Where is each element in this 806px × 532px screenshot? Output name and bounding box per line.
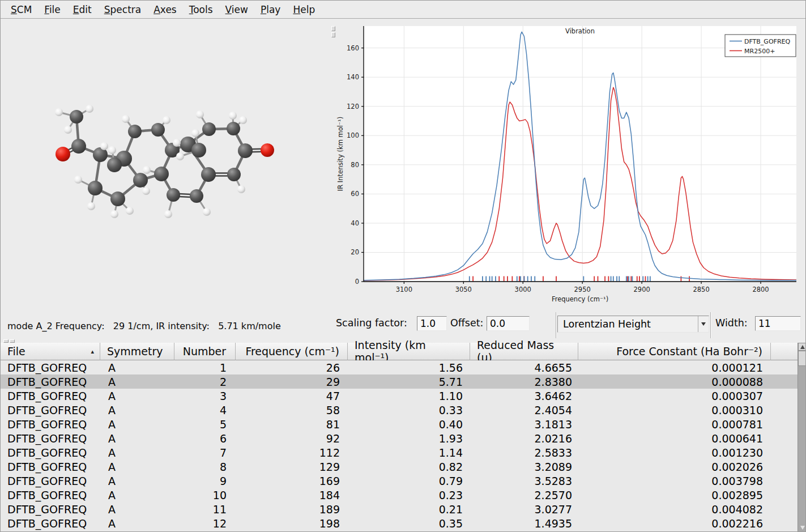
table-row[interactable]: DFTB_GOFREQA101840.232.25700.002895 (1, 488, 798, 502)
column-header-4[interactable]: Intensity (km mol⁻¹) (348, 343, 470, 360)
atom-O[interactable] (56, 147, 70, 161)
atom-H[interactable] (143, 166, 151, 174)
atom-H[interactable] (163, 116, 170, 124)
table-row[interactable]: DFTB_GOFREQA91690.793.52830.003798 (1, 474, 798, 488)
broadening-combobox[interactable]: Lorentzian Height (557, 316, 709, 333)
table-scrollbar[interactable] (798, 343, 806, 531)
width-input[interactable] (755, 316, 801, 331)
table-row[interactable]: DFTB_GOFREQA5810.403.18130.000781 (1, 417, 798, 431)
atom-C[interactable] (88, 181, 103, 195)
plot-area[interactable] (364, 26, 796, 282)
offset-input[interactable] (487, 316, 530, 331)
cell: DFTB_GOFREQ (1, 431, 100, 445)
cell: 0.002026 (578, 459, 771, 474)
molecule-3d-view[interactable] (1, 19, 331, 320)
menu-play[interactable]: Play (256, 2, 285, 17)
menu-scm[interactable]: SCM (6, 2, 36, 17)
column-header-0[interactable]: File▴ (1, 343, 100, 360)
atom-H[interactable] (239, 116, 247, 124)
menu-spectra[interactable]: Spectra (100, 2, 146, 17)
cell: 2.5833 (470, 445, 578, 459)
atom-H[interactable] (196, 110, 204, 118)
cell: 1.4935 (470, 516, 578, 530)
atom-H[interactable] (176, 152, 184, 160)
atom-H[interactable] (100, 142, 108, 150)
atom-C[interactable] (70, 110, 83, 124)
scrollbar-thumb[interactable] (798, 351, 806, 366)
atom-H[interactable] (142, 187, 150, 195)
menu-axes[interactable]: Axes (149, 2, 181, 17)
atom-H[interactable] (164, 210, 172, 218)
cell: 0.002895 (578, 488, 771, 502)
atom-C[interactable] (154, 167, 169, 181)
table-row[interactable]: DFTB_GOFREQA71121.142.58330.001230 (1, 445, 798, 459)
atom-H[interactable] (126, 207, 134, 215)
atom-H[interactable] (86, 105, 93, 113)
atom-C[interactable] (110, 191, 125, 206)
splitter-handle[interactable] (331, 32, 335, 37)
atom-H[interactable] (122, 115, 130, 123)
vertical-splitter[interactable] (331, 19, 335, 339)
atom-C[interactable] (133, 173, 148, 188)
atom-H[interactable] (74, 176, 82, 184)
y-tick-label: 20 (351, 248, 359, 256)
table-row[interactable]: DFTB_GOFREQA121980.351.49350.002216 (1, 516, 798, 530)
atom-C[interactable] (227, 122, 240, 135)
cell: 129 (236, 459, 348, 474)
chevron-down-icon[interactable] (698, 316, 709, 332)
table-row[interactable]: DFTB_GOFREQA111890.213.02770.004082 (1, 502, 798, 516)
atom-C[interactable] (128, 125, 142, 138)
cell: 0.003798 (578, 474, 771, 488)
atom-C[interactable] (167, 188, 180, 202)
atom-H[interactable] (191, 129, 199, 137)
menu-help[interactable]: Help (288, 2, 319, 17)
atom-H[interactable] (55, 108, 63, 116)
scroll-down-button[interactable] (798, 524, 806, 531)
atom-C[interactable] (71, 139, 86, 154)
vibration-chart[interactable]: 0204060801001201401603100305030002950290… (335, 23, 806, 309)
atom-H[interactable] (87, 202, 95, 210)
table-row[interactable]: DFTB_GOFREQA3471.103.64620.000307 (1, 389, 798, 403)
atom-C[interactable] (202, 122, 216, 136)
atom-H[interactable] (64, 126, 72, 134)
column-header-6[interactable]: Force Constant (Ha Bohr⁻²) (578, 343, 771, 360)
arrow-up-icon (800, 345, 805, 349)
atom-C[interactable] (151, 123, 165, 137)
atom-H[interactable] (110, 210, 118, 218)
x-tick-label: 3050 (455, 286, 472, 293)
scroll-up-button[interactable] (798, 343, 806, 351)
legend-entry-label: DFTB_GOFREQ (744, 38, 790, 45)
atom-C[interactable] (201, 167, 216, 182)
splitter-handle[interactable] (331, 26, 335, 31)
cell: 0.001230 (578, 445, 771, 459)
table-row[interactable]: DFTB_GOFREQA2295.712.83800.000088 (1, 374, 798, 389)
column-header-1[interactable]: Symmetry (100, 343, 174, 360)
atom-C[interactable] (107, 158, 122, 172)
cell: 6 (174, 431, 236, 445)
atom-H[interactable] (237, 185, 245, 193)
atom-C[interactable] (227, 168, 241, 181)
column-header-2[interactable]: Number (174, 343, 236, 360)
atom-H[interactable] (203, 208, 211, 216)
menu-edit[interactable]: Edit (69, 2, 96, 17)
table-row[interactable]: DFTB_GOFREQA6921.932.02160.000641 (1, 431, 798, 445)
y-tick-label: 80 (351, 161, 359, 169)
atom-C[interactable] (191, 143, 206, 158)
atom-H[interactable] (229, 112, 237, 120)
atom-H[interactable] (173, 139, 181, 147)
column-header-3[interactable]: Frequency (cm⁻¹) (236, 343, 348, 360)
table-row[interactable]: DFTB_GOFREQA81290.823.20890.002026 (1, 459, 798, 474)
table-row[interactable]: DFTB_GOFREQA1261.564.66550.000121 (1, 360, 798, 374)
menu-tools[interactable]: Tools (185, 2, 218, 17)
cell: 184 (236, 488, 348, 502)
column-header-5[interactable]: Reduced Mass (u) (470, 343, 578, 360)
menu-view[interactable]: View (221, 2, 253, 17)
atom-H[interactable] (108, 146, 116, 154)
table-row[interactable]: DFTB_GOFREQA4580.332.40540.000310 (1, 403, 798, 417)
scaling-factor-input[interactable] (417, 316, 447, 331)
menu-file[interactable]: File (40, 2, 65, 17)
cell: DFTB_GOFREQ (1, 389, 100, 403)
atom-C[interactable] (190, 189, 203, 203)
atom-C[interactable] (238, 143, 253, 158)
atom-O[interactable] (261, 143, 274, 157)
